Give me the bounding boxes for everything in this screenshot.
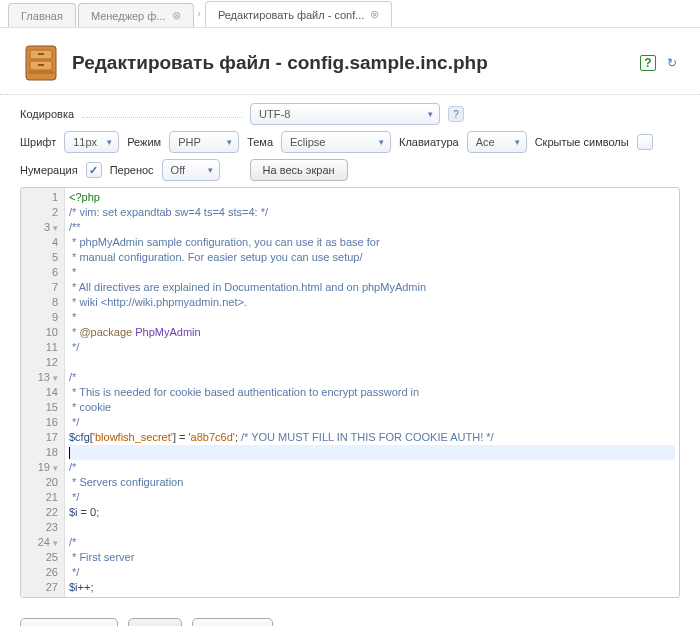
- code-line[interactable]: [69, 445, 675, 460]
- chevron-right-icon: ›: [196, 8, 203, 19]
- code-line[interactable]: *: [69, 310, 675, 325]
- line-number: 23: [21, 520, 58, 535]
- code-line[interactable]: $i++;: [69, 580, 675, 595]
- wrap-select[interactable]: Off: [162, 159, 220, 181]
- line-number: 19▾: [21, 460, 58, 475]
- tab-0[interactable]: Главная: [8, 3, 76, 27]
- code-line[interactable]: <?php: [69, 190, 675, 205]
- line-number: 10: [21, 325, 58, 340]
- svg-rect-3: [38, 53, 44, 55]
- line-number: 18: [21, 445, 58, 460]
- fold-icon[interactable]: ▾: [53, 221, 58, 236]
- tab-bar: ГлавнаяМенеджер ф...⊗›Редактировать файл…: [0, 0, 700, 28]
- theme-label: Тема: [247, 136, 273, 148]
- code-line[interactable]: * This is needed for cookie based authen…: [69, 385, 675, 400]
- code-line[interactable]: * All directives are explained in Docume…: [69, 280, 675, 295]
- encoding-hint-icon[interactable]: ?: [448, 106, 464, 122]
- code-line[interactable]: /*: [69, 535, 675, 550]
- line-gutter: 123▾45678910111213▾141516171819▾20212223…: [21, 188, 65, 597]
- code-line[interactable]: */: [69, 490, 675, 505]
- code-line[interactable]: * wiki <http://wiki.phpmyadmin.net>.: [69, 295, 675, 310]
- editor-toolbar: Кодировка UTF-8 ? Шрифт 11px Режим PHP Т…: [0, 103, 700, 181]
- code-line[interactable]: [69, 520, 675, 535]
- code-line[interactable]: /**: [69, 220, 675, 235]
- mode-select[interactable]: PHP: [169, 131, 239, 153]
- hidden-chars-label: Скрытые символы: [535, 136, 629, 148]
- theme-select[interactable]: Eclipse: [281, 131, 391, 153]
- code-line[interactable]: /*: [69, 460, 675, 475]
- numbering-checkbox[interactable]: [86, 162, 102, 178]
- ok-button[interactable]: Ok: [128, 618, 182, 626]
- wrap-label: Перенос: [110, 164, 154, 176]
- close-icon[interactable]: ⊗: [172, 9, 181, 22]
- font-label: Шрифт: [20, 136, 56, 148]
- help-icon[interactable]: ?: [640, 55, 656, 71]
- tab-label: Редактировать файл - conf...: [218, 9, 365, 21]
- code-line[interactable]: * cookie: [69, 400, 675, 415]
- line-number: 14: [21, 385, 58, 400]
- code-line[interactable]: */: [69, 565, 675, 580]
- line-number: 15: [21, 400, 58, 415]
- line-number: 17: [21, 430, 58, 445]
- code-line[interactable]: /* vim: set expandtab sw=4 ts=4 sts=4: *…: [69, 205, 675, 220]
- fullscreen-button[interactable]: На весь экран: [250, 159, 348, 181]
- fold-icon[interactable]: ▾: [53, 536, 58, 551]
- line-number: 24▾: [21, 535, 58, 550]
- line-number: 8: [21, 295, 58, 310]
- file-cabinet-icon: [20, 42, 62, 84]
- line-number: 12: [21, 355, 58, 370]
- line-number: 25: [21, 550, 58, 565]
- encoding-select[interactable]: UTF-8: [250, 103, 440, 125]
- text-cursor: [69, 447, 70, 459]
- divider: [82, 110, 242, 118]
- line-number: 9: [21, 310, 58, 325]
- fold-icon[interactable]: ▾: [53, 371, 58, 386]
- code-line[interactable]: * Servers configuration: [69, 475, 675, 490]
- page-title: Редактировать файл - config.sample.inc.p…: [72, 52, 488, 74]
- code-line[interactable]: */: [69, 415, 675, 430]
- font-select[interactable]: 11px: [64, 131, 119, 153]
- line-number: 3▾: [21, 220, 58, 235]
- refresh-icon[interactable]: ↻: [664, 55, 680, 71]
- line-number: 20: [21, 475, 58, 490]
- code-line[interactable]: $i = 0;: [69, 505, 675, 520]
- line-number: 2: [21, 205, 58, 220]
- line-number: 7: [21, 280, 58, 295]
- code-line[interactable]: [69, 355, 675, 370]
- hidden-chars-checkbox[interactable]: [637, 134, 653, 150]
- code-line[interactable]: * manual configuration. For easier setup…: [69, 250, 675, 265]
- line-number: 6: [21, 265, 58, 280]
- footer-buttons: Сохранить Ok Отмена: [0, 598, 700, 626]
- code-line[interactable]: *: [69, 265, 675, 280]
- line-number: 4: [21, 235, 58, 250]
- cancel-button[interactable]: Отмена: [192, 618, 273, 626]
- line-number: 1: [21, 190, 58, 205]
- code-line[interactable]: /*: [69, 370, 675, 385]
- line-number: 11: [21, 340, 58, 355]
- keyboard-label: Клавиатура: [399, 136, 459, 148]
- code-editor[interactable]: 123▾45678910111213▾141516171819▾20212223…: [20, 187, 680, 598]
- svg-rect-5: [28, 71, 54, 74]
- tab-2[interactable]: Редактировать файл - conf...⊗: [205, 1, 393, 27]
- fold-icon[interactable]: ▾: [53, 461, 58, 476]
- save-button[interactable]: Сохранить: [20, 618, 118, 626]
- tab-label: Менеджер ф...: [91, 10, 166, 22]
- encoding-label: Кодировка: [20, 108, 74, 120]
- code-line[interactable]: */: [69, 340, 675, 355]
- tab-1[interactable]: Менеджер ф...⊗: [78, 3, 194, 27]
- numbering-label: Нумерация: [20, 164, 78, 176]
- line-number: 16: [21, 415, 58, 430]
- code-line[interactable]: $cfg['blowfish_secret'] = 'a8b7c6d'; /* …: [69, 430, 675, 445]
- line-number: 22: [21, 505, 58, 520]
- close-icon[interactable]: ⊗: [370, 8, 379, 21]
- svg-rect-4: [38, 64, 44, 66]
- code-line[interactable]: * phpMyAdmin sample configuration, you c…: [69, 235, 675, 250]
- mode-label: Режим: [127, 136, 161, 148]
- code-line[interactable]: * First server: [69, 550, 675, 565]
- code-line[interactable]: * @package PhpMyAdmin: [69, 325, 675, 340]
- keyboard-select[interactable]: Ace: [467, 131, 527, 153]
- line-number: 21: [21, 490, 58, 505]
- line-number: 27: [21, 580, 58, 595]
- page-header: Редактировать файл - config.sample.inc.p…: [0, 28, 700, 95]
- code-content[interactable]: <?php/* vim: set expandtab sw=4 ts=4 sts…: [65, 188, 679, 597]
